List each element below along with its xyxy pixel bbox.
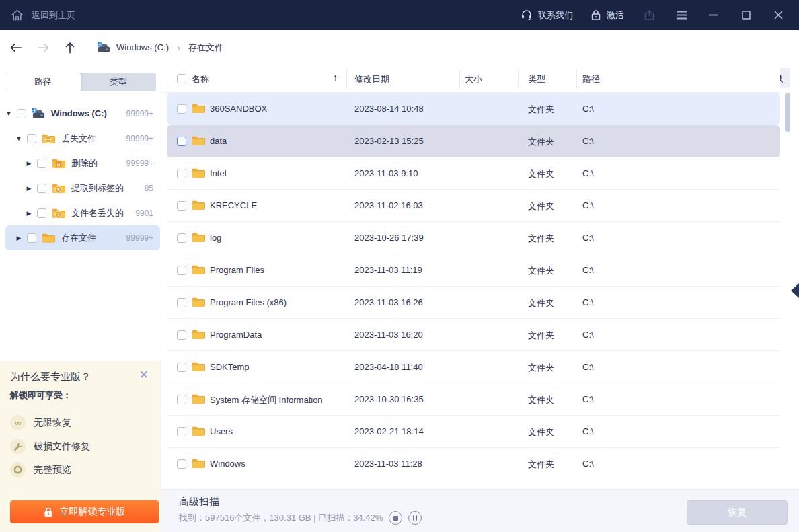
breadcrumb-current[interactable]: 存在文件 (188, 42, 223, 54)
table-row[interactable]: log2023-10-26 17:39文件夹C:\ (167, 222, 780, 254)
tree-node-count: 99999+ (126, 109, 161, 118)
unlock-pro-button[interactable]: 立即解锁专业版 (10, 500, 159, 523)
row-checkbox[interactable] (177, 233, 186, 243)
tree-checkbox[interactable] (37, 208, 46, 218)
maximize-button[interactable] (738, 8, 753, 23)
table-row[interactable]: SDKTemp2023-04-18 11:40文件夹C:\ (167, 351, 780, 383)
sort-ascending-icon[interactable]: ↑ (333, 72, 338, 83)
lock-icon (44, 507, 53, 517)
file-date: 2023-08-14 10:48 (354, 104, 424, 114)
row-checkbox[interactable] (177, 427, 186, 436)
tree-checkbox[interactable] (27, 233, 36, 243)
nav-up-button[interactable] (65, 42, 75, 54)
column-header-type[interactable]: 类型 (528, 73, 545, 85)
infinity-icon: ∞ (10, 415, 26, 430)
contact-us-button[interactable]: 联系我们 (521, 9, 573, 22)
promo-title: 为什么要专业版？ (10, 371, 91, 383)
file-name: log (210, 233, 221, 243)
share-button[interactable] (642, 8, 656, 23)
wrench-icon (10, 439, 26, 454)
breadcrumb-drive[interactable]: Windows (C:) (116, 42, 169, 52)
stop-scan-button[interactable] (389, 511, 402, 525)
row-checkbox[interactable] (177, 266, 186, 275)
row-checkbox[interactable] (177, 395, 186, 404)
table-row[interactable]: data2023-02-13 15:25文件夹C:\ (167, 125, 780, 157)
tree-checkbox[interactable] (27, 134, 36, 143)
file-path: C:\ (582, 233, 594, 243)
tree-node[interactable]: ▶删除的99999+ (0, 151, 161, 176)
tree-checkbox[interactable] (17, 109, 26, 118)
column-header-name[interactable]: 名称 (192, 73, 209, 85)
menu-button[interactable] (674, 8, 689, 23)
file-date: 2023-11-03 9:10 (354, 168, 418, 178)
row-checkbox[interactable] (177, 363, 186, 372)
select-all-checkbox[interactable] (177, 74, 186, 83)
minimize-button[interactable] (706, 8, 721, 23)
tree-checkbox[interactable] (37, 184, 46, 193)
column-header-date[interactable]: 修改日期 (354, 73, 389, 85)
tree-node[interactable]: ▶提取到标签的85 (0, 176, 161, 200)
collapse-panel-arrow-icon[interactable] (791, 283, 799, 298)
promo-feature: 破损文件修复 (10, 439, 90, 454)
back-to-home-label: 返回到主页 (32, 9, 75, 22)
tree-checkbox[interactable] (37, 159, 46, 168)
row-checkbox[interactable] (177, 201, 186, 211)
activate-button[interactable]: 激活 (591, 9, 624, 22)
file-name: data (210, 136, 227, 146)
file-path: C:\ (582, 136, 594, 146)
promo-close-icon[interactable]: ✕ (139, 369, 149, 381)
chevron-right-icon[interactable]: ▶ (26, 210, 32, 217)
folder-icon (192, 264, 205, 276)
folder-icon (192, 103, 205, 114)
row-checkbox[interactable] (177, 137, 186, 146)
tree-node[interactable]: ▶?文件名丢失的9901 (0, 200, 161, 225)
pause-scan-button[interactable] (408, 511, 422, 525)
chevron-right-icon[interactable]: ▶ (15, 235, 22, 241)
row-checkbox[interactable] (177, 330, 186, 340)
row-checkbox[interactable] (177, 104, 186, 114)
vertical-scrollbar[interactable] (785, 93, 790, 132)
folder-question-icon: ? (52, 207, 66, 219)
chevron-right-icon[interactable]: ▶ (26, 185, 32, 192)
tab-path[interactable]: 路径 (5, 73, 81, 91)
file-date: 2023-02-13 15:25 (354, 136, 424, 146)
folder-trash-icon (52, 157, 66, 169)
home-icon (11, 9, 24, 22)
table-row[interactable]: ProgramData2023-11-03 16:20文件夹C:\ (167, 319, 780, 351)
chevron-down-icon[interactable]: ▼ (15, 135, 22, 142)
tab-type[interactable]: 类型 (81, 73, 156, 91)
nav-back-button[interactable] (9, 42, 22, 53)
folder-icon (192, 329, 205, 340)
tree-node[interactable]: ▼Windows (C:)99999+ (0, 101, 161, 126)
table-row[interactable]: Intel2023-11-03 9:10文件夹C:\ (167, 157, 780, 190)
file-date: 2023-04-18 11:40 (354, 362, 423, 372)
tree-node-count: 99999+ (126, 159, 161, 168)
file-path: C:\ (582, 265, 594, 275)
row-checkbox[interactable] (177, 298, 186, 307)
folder-icon (192, 200, 205, 211)
file-type: 文件夹 (528, 104, 554, 116)
promo-subtitle: 解锁即可享受： (10, 389, 71, 402)
row-checkbox[interactable] (177, 169, 186, 178)
chevron-down-icon[interactable]: ▼ (5, 110, 12, 117)
tree-node[interactable]: ▶存在文件99999+ (5, 225, 160, 250)
nav-forward-button[interactable] (37, 42, 50, 53)
tree-node[interactable]: ▼丢失文件99999+ (0, 126, 161, 151)
file-type: 文件夹 (528, 200, 554, 213)
back-to-home-button[interactable]: 返回到主页 (0, 9, 75, 22)
table-row[interactable]: KRECYCLE2023-11-02 16:03文件夹C:\ (167, 190, 780, 222)
table-row[interactable]: Windows2023-11-03 11:28文件夹C:\ (167, 448, 780, 480)
recover-button[interactable]: 恢复 (687, 500, 788, 525)
table-row[interactable]: System 存储空间 Information2023-10-30 16:35文… (167, 383, 780, 416)
row-checkbox[interactable] (177, 459, 186, 469)
column-header-path[interactable]: 路径 (582, 73, 600, 85)
file-type: 文件夹 (528, 330, 554, 342)
close-button[interactable] (771, 8, 786, 23)
table-row[interactable]: Users2023-02-21 18:14文件夹C:\ (167, 416, 780, 448)
file-type: 文件夹 (528, 459, 554, 471)
table-row[interactable]: Program Files (x86)2023-11-03 16:26文件夹C:… (167, 287, 780, 319)
table-row[interactable]: Program Files2023-11-03 11:19文件夹C:\ (167, 254, 780, 287)
chevron-right-icon[interactable]: ▶ (26, 160, 32, 167)
column-header-size[interactable]: 大小 (465, 73, 482, 85)
table-row[interactable]: 360SANDBOX2023-08-14 10:48文件夹C:\ (167, 93, 780, 125)
